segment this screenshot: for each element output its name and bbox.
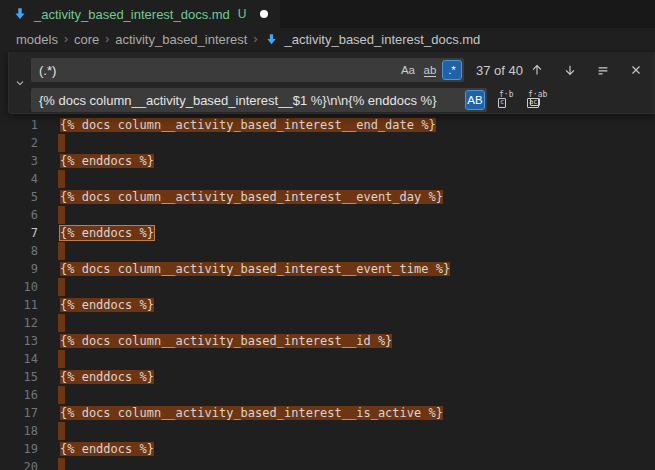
line-number: 12 bbox=[0, 314, 38, 332]
breadcrumb-separator: › bbox=[105, 32, 109, 46]
line-content: {% docs column__activity_based_interest_… bbox=[38, 260, 450, 278]
editor-line[interactable]: 4 bbox=[0, 170, 655, 188]
line-number: 5 bbox=[0, 188, 38, 206]
editor-line[interactable]: 1 {% docs column__activity_based_interes… bbox=[0, 116, 655, 134]
line-content bbox=[38, 350, 65, 368]
find-replace-widget: (.*) Aa ab .* 37 of 40 bbox=[8, 52, 655, 114]
editor-line[interactable]: 8 bbox=[0, 242, 655, 260]
editor-line[interactable]: 3 {% enddocs %} bbox=[0, 152, 655, 170]
line-number: 15 bbox=[0, 368, 38, 386]
replace-all-icon: f·abac bbox=[527, 92, 543, 108]
editor-line[interactable]: 9 {% docs column__activity_based_interes… bbox=[0, 260, 655, 278]
breadcrumb-item-core[interactable]: core bbox=[74, 32, 99, 47]
line-number: 6 bbox=[0, 206, 38, 224]
replace-button[interactable]: f·bc bbox=[496, 90, 516, 110]
line-content: {% enddocs %} bbox=[38, 224, 154, 242]
git-status-badge: U bbox=[238, 7, 247, 21]
whole-word-button[interactable]: ab bbox=[420, 60, 440, 80]
line-content: {% enddocs %} bbox=[38, 440, 154, 458]
markdown-file-icon bbox=[265, 33, 278, 46]
line-number: 7 bbox=[0, 224, 38, 242]
previous-match-button[interactable] bbox=[527, 60, 547, 80]
editor-line[interactable]: 2 bbox=[0, 134, 655, 152]
tab-filename: _activity_based_interest_docs.md bbox=[34, 7, 230, 22]
editor-line[interactable]: 7 {% enddocs %} bbox=[0, 224, 655, 242]
editor: (.*) Aa ab .* 37 of 40 bbox=[0, 50, 655, 470]
line-content: {% enddocs %} bbox=[38, 152, 154, 170]
editor-line[interactable]: 10 bbox=[0, 278, 655, 296]
line-number: 18 bbox=[0, 422, 38, 440]
tab-bar: _activity_based_interest_docs.md U bbox=[0, 0, 655, 28]
breadcrumb-separator: › bbox=[64, 32, 68, 46]
line-content bbox=[38, 422, 65, 440]
line-content: {% enddocs %} bbox=[38, 368, 154, 386]
line-number: 2 bbox=[0, 134, 38, 152]
line-content bbox=[38, 134, 65, 152]
next-match-button[interactable] bbox=[560, 60, 580, 80]
match-count: 37 of 40 bbox=[476, 63, 523, 78]
line-number: 20 bbox=[0, 458, 38, 470]
replace-icon: f·bc bbox=[498, 92, 514, 108]
editor-line[interactable]: 5 {% docs column__activity_based_interes… bbox=[0, 188, 655, 206]
editor-line[interactable]: 6 bbox=[0, 206, 655, 224]
find-input[interactable]: (.*) Aa ab .* bbox=[31, 58, 464, 82]
close-find-widget-button[interactable] bbox=[626, 60, 646, 80]
line-content bbox=[38, 278, 65, 296]
editor-line[interactable]: 19 {% enddocs %} bbox=[0, 440, 655, 458]
line-number: 14 bbox=[0, 350, 38, 368]
breadcrumb-item-file[interactable]: _activity_based_interest_docs.md bbox=[284, 32, 480, 47]
breadcrumb-item-models[interactable]: models bbox=[16, 32, 58, 47]
preserve-case-button[interactable]: AB bbox=[465, 90, 485, 110]
editor-line[interactable]: 12 bbox=[0, 314, 655, 332]
line-content: {% docs column__activity_based_interest_… bbox=[38, 116, 436, 134]
editor-line[interactable]: 20 bbox=[0, 458, 655, 470]
line-number: 4 bbox=[0, 170, 38, 188]
regex-button[interactable]: .* bbox=[442, 60, 462, 80]
line-content bbox=[38, 206, 65, 224]
find-row: (.*) Aa ab .* 37 of 40 bbox=[31, 58, 654, 82]
match-case-button[interactable]: Aa bbox=[398, 60, 418, 80]
find-query-text: (.*) bbox=[39, 63, 56, 78]
replace-buttons: f·bc f·abac bbox=[496, 90, 545, 110]
line-content bbox=[38, 170, 65, 188]
line-content: {% docs column__activity_based_interest_… bbox=[38, 404, 443, 422]
line-content: {% docs column__activity_based_interest_… bbox=[38, 188, 443, 206]
line-number: 19 bbox=[0, 440, 38, 458]
editor-line[interactable]: 18 bbox=[0, 422, 655, 440]
editor-line[interactable]: 17 {% docs column__activity_based_intere… bbox=[0, 404, 655, 422]
editor-line[interactable]: 15 {% enddocs %} bbox=[0, 368, 655, 386]
line-number: 17 bbox=[0, 404, 38, 422]
breadcrumb-item-activity-based-interest[interactable]: activity_based_interest bbox=[115, 32, 247, 47]
line-number: 3 bbox=[0, 152, 38, 170]
line-number: 10 bbox=[0, 278, 38, 296]
replace-row: {% docs column__activity_based_interest_… bbox=[31, 88, 654, 112]
editor-line[interactable]: 11 {% enddocs %} bbox=[0, 296, 655, 314]
markdown-file-icon bbox=[13, 7, 27, 21]
breadcrumb-separator: › bbox=[253, 32, 257, 46]
find-nav-buttons bbox=[527, 58, 646, 82]
code-area: 1 {% docs column__activity_based_interes… bbox=[0, 116, 655, 470]
editor-line[interactable]: 13 {% docs column__activity_based_intere… bbox=[0, 332, 655, 350]
tab-activity-docs[interactable]: _activity_based_interest_docs.md U bbox=[0, 0, 280, 28]
find-options: Aa ab .* bbox=[398, 60, 462, 80]
editor-line[interactable]: 14 bbox=[0, 350, 655, 368]
toggle-replace-chevron-icon[interactable] bbox=[9, 52, 31, 113]
line-content bbox=[38, 242, 65, 260]
line-content bbox=[38, 314, 65, 332]
replace-value-text: {% docs column__activity_based_interest_… bbox=[39, 93, 436, 108]
breadcrumb: models › core › activity_based_interest … bbox=[0, 28, 655, 50]
line-content: {% docs column__activity_based_interest_… bbox=[38, 332, 392, 350]
replace-all-button[interactable]: f·abac bbox=[525, 90, 545, 110]
line-number: 13 bbox=[0, 332, 38, 350]
line-number: 16 bbox=[0, 386, 38, 404]
editor-line[interactable]: 16 bbox=[0, 386, 655, 404]
line-number: 11 bbox=[0, 296, 38, 314]
replace-input[interactable]: {% docs column__activity_based_interest_… bbox=[31, 88, 487, 112]
line-number: 9 bbox=[0, 260, 38, 278]
unsaved-changes-dot[interactable] bbox=[260, 10, 268, 18]
line-number: 1 bbox=[0, 116, 38, 134]
line-content: {% enddocs %} bbox=[38, 296, 154, 314]
line-content bbox=[38, 458, 65, 470]
find-in-selection-button[interactable] bbox=[593, 60, 613, 80]
line-number: 8 bbox=[0, 242, 38, 260]
